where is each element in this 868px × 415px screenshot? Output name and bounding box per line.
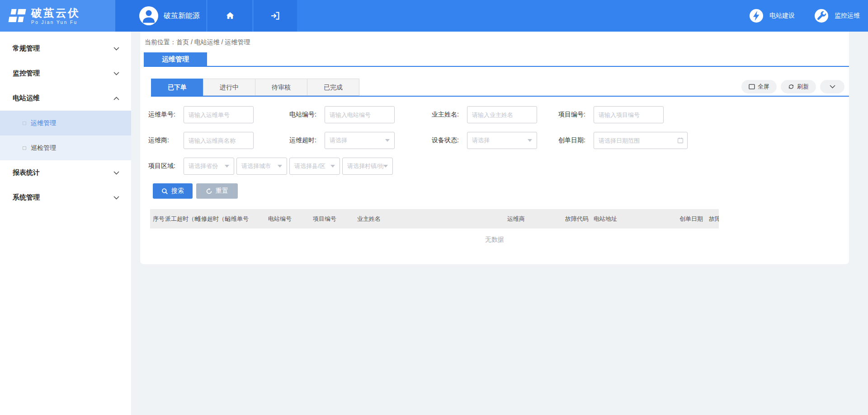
- content-panel: 当前位置：首页 / 电站运维 / 运维管理 运维管理 已下单 进行中 待审核 已…: [140, 32, 849, 264]
- column-header: 故障代码: [565, 209, 589, 228]
- user-icon: [139, 6, 158, 25]
- chevron-down-icon: [113, 47, 119, 51]
- lightning-icon: [750, 9, 763, 23]
- user-block: 破茧新能源: [115, 0, 297, 32]
- caret-down-icon: [528, 139, 532, 142]
- filter-label: 设备状态:: [432, 136, 467, 145]
- tab-completed[interactable]: 已完成: [307, 79, 359, 96]
- logout-icon: [269, 10, 281, 21]
- tab-ordered[interactable]: 已下单: [151, 79, 203, 96]
- tab-pending-review[interactable]: 待审核: [255, 79, 307, 96]
- app-header: 破茧云伏 Po Jian Yun Fu 破茧新能源: [0, 0, 868, 32]
- company-name: 破茧新能源: [164, 11, 200, 21]
- column-header: 序号: [153, 209, 165, 228]
- wrench-icon: [815, 9, 828, 23]
- project-no-input[interactable]: [594, 106, 664, 123]
- page-tab-om-mgmt[interactable]: 运维管理: [144, 52, 207, 66]
- nav-monitoring-om[interactable]: 监控运维: [815, 9, 860, 23]
- column-header: 故障类型: [709, 209, 719, 228]
- nav-module-label: 电站建设: [769, 12, 795, 20]
- search-icon: [161, 188, 168, 195]
- doc-icon: [23, 146, 26, 150]
- search-button[interactable]: 搜索: [153, 183, 193, 199]
- chevron-down-icon: [113, 171, 119, 175]
- county-select[interactable]: 请选择县/区: [289, 158, 340, 175]
- om-timeout-select[interactable]: 请选择: [325, 132, 395, 149]
- caret-down-icon: [225, 165, 229, 168]
- filter-label: 运维单号:: [148, 111, 184, 119]
- refresh-icon: [788, 84, 794, 90]
- breadcrumb-path: 首页 / 电站运维 / 运维管理: [176, 38, 250, 46]
- caret-down-icon: [330, 165, 335, 168]
- fullscreen-icon: [749, 84, 755, 89]
- filter-label: 电站编号:: [289, 111, 325, 119]
- chevron-up-icon: [113, 97, 119, 100]
- refresh-button[interactable]: 刷新: [781, 80, 816, 93]
- column-header: 项目编号: [313, 209, 336, 228]
- caret-down-icon: [385, 139, 390, 142]
- chevron-down-icon: [113, 196, 119, 200]
- column-header: 业主姓名: [357, 209, 381, 228]
- column-header: 创单日期: [679, 209, 703, 228]
- om-order-no-input[interactable]: [184, 106, 254, 123]
- brand-logo: 破茧云伏 Po Jian Yun Fu: [0, 0, 115, 32]
- header-modules: 电站建设 监控运维: [750, 0, 868, 32]
- tab-in-progress[interactable]: 进行中: [203, 79, 255, 96]
- home-button[interactable]: [207, 0, 253, 32]
- sidebar-item-system-mgmt[interactable]: 系统管理: [0, 185, 131, 210]
- nav-station-construction[interactable]: 电站建设: [750, 9, 795, 23]
- filter-form: 运维单号: 电站编号: 业主姓名: 项目编号: 运维商: 运维超时:: [148, 106, 849, 175]
- table-header: 序号 派工超时（h） 维修超时（h） 运维单号 电站编号 项目编号 业主姓名 运…: [150, 209, 719, 228]
- column-header: 运维商: [507, 209, 525, 228]
- column-header: 运维单号: [225, 209, 249, 228]
- brand-subtitle: Po Jian Yun Fu: [31, 20, 80, 25]
- sidebar-item-station-om[interactable]: 电站运维: [0, 86, 131, 111]
- sidebar-subitem-om-mgmt[interactable]: 运维管理: [0, 111, 131, 135]
- caret-down-icon: [278, 165, 282, 168]
- avatar: [139, 6, 158, 25]
- calendar-icon: [677, 137, 684, 144]
- sidebar-item-general-mgmt[interactable]: 常规管理: [0, 36, 131, 61]
- city-select[interactable]: 请选择城市: [236, 158, 287, 175]
- filter-label: 业主姓名:: [432, 111, 467, 119]
- user-menu[interactable]: 破茧新能源: [115, 0, 207, 32]
- logout-button[interactable]: [253, 0, 297, 32]
- device-status-select[interactable]: 请选择: [467, 132, 537, 149]
- province-select[interactable]: 请选择省份: [184, 158, 234, 175]
- form-actions: 搜索 重置: [153, 183, 849, 199]
- caret-down-icon: [383, 165, 388, 168]
- sidebar-item-monitor-mgmt[interactable]: 监控管理: [0, 61, 131, 86]
- nav-module-label: 监控运维: [835, 12, 860, 20]
- brand-logo-icon: [7, 5, 28, 26]
- station-no-input[interactable]: [325, 106, 395, 123]
- town-select[interactable]: 请选择村镇/街道: [342, 158, 393, 175]
- filter-label: 运维超时:: [289, 136, 325, 145]
- chevron-down-icon: [113, 72, 119, 75]
- owner-name-input[interactable]: [467, 106, 537, 123]
- sidebar-subitem-inspection-mgmt[interactable]: 巡检管理: [0, 135, 131, 160]
- filter-label: 项目编号:: [558, 111, 594, 119]
- reset-button[interactable]: 重置: [196, 183, 238, 199]
- breadcrumb-label: 当前位置：: [145, 38, 176, 46]
- sidebar-item-report-stats[interactable]: 报表统计: [0, 160, 131, 185]
- chevron-down-icon: [830, 85, 835, 89]
- status-tabs-row: 已下单 进行中 待审核 已完成 全屏 刷新: [151, 79, 849, 97]
- filter-label: 创单日期:: [558, 136, 594, 145]
- column-header: 电站地址: [594, 209, 617, 228]
- sidebar: 常规管理 监控管理 电站运维 运维管理 巡检管理 报表统计 系统管理: [0, 32, 131, 415]
- fullscreen-button[interactable]: 全屏: [741, 80, 777, 93]
- create-date-range-input[interactable]: [594, 132, 688, 149]
- doc-icon: [23, 121, 26, 125]
- filter-label: 运维商:: [148, 136, 184, 145]
- home-icon: [225, 10, 236, 21]
- brand-title: 破茧云伏: [31, 7, 80, 19]
- column-header: 电站编号: [268, 209, 292, 228]
- vendor-input[interactable]: [184, 132, 254, 149]
- page-tab-bar: 运维管理: [144, 52, 849, 67]
- reset-icon: [206, 188, 212, 195]
- breadcrumb: 当前位置：首页 / 电站运维 / 运维管理: [140, 32, 849, 47]
- collapse-button[interactable]: [820, 80, 844, 93]
- filter-label: 项目区域:: [148, 162, 184, 170]
- empty-state: 无数据: [140, 236, 849, 244]
